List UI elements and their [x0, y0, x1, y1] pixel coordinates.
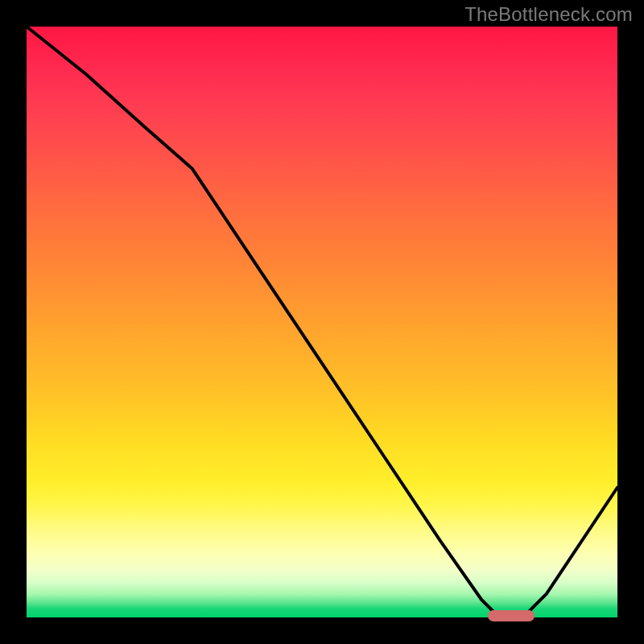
optimal-range-marker [488, 610, 535, 621]
line-series [27, 27, 617, 617]
watermark-text: TheBottleneck.com [464, 3, 633, 26]
bottleneck-curve-path [27, 27, 617, 617]
chart-frame: TheBottleneck.com [0, 0, 644, 644]
plot-area [27, 27, 617, 617]
